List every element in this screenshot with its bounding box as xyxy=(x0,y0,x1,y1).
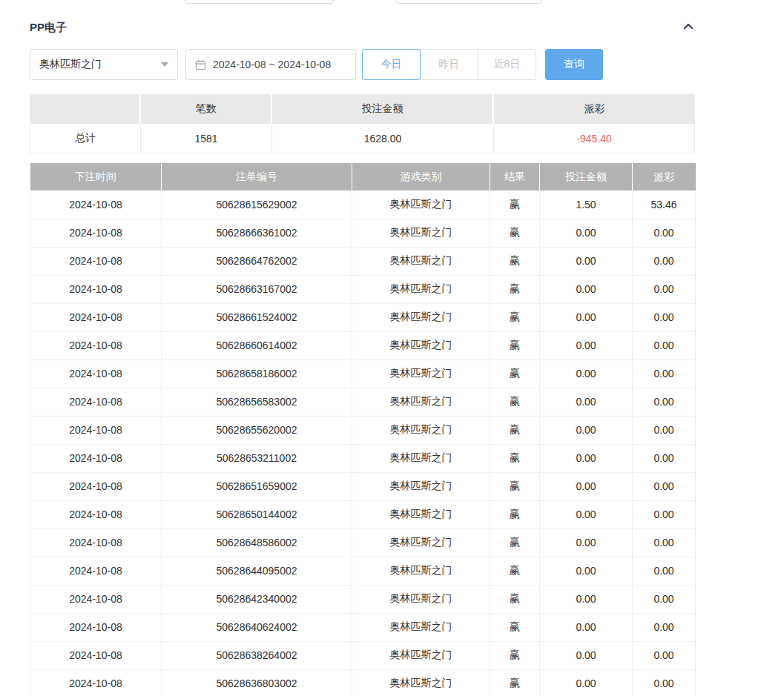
table-cell: 50628642340002 xyxy=(162,585,352,613)
table-cell: 奥林匹斯之门 xyxy=(352,500,490,528)
game-select-value: 奥林匹斯之门 xyxy=(39,58,102,71)
today-button[interactable]: 今日 xyxy=(362,49,421,80)
summary-header-row: 笔数 投注金额 派彩 xyxy=(30,94,695,124)
quick-range-group: 今日 昨日 近8日 xyxy=(362,49,536,80)
table-cell: 奥林匹斯之门 xyxy=(352,275,490,303)
bet-table: 下注时间 注单编号 游戏类别 结果 投注金额 派彩 2024-10-085062… xyxy=(30,163,696,696)
table-cell: 50628638264002 xyxy=(162,641,352,669)
table-cell: 2024-10-08 xyxy=(30,190,162,219)
summary-total-row: 总计 1581 1628.00 -945.40 xyxy=(30,124,695,153)
table-cell: 0.00 xyxy=(633,303,696,331)
table-cell: 0.00 xyxy=(633,359,696,388)
table-cell: 0.00 xyxy=(540,472,633,500)
table-cell: 奥林匹斯之门 xyxy=(352,585,490,613)
table-cell: 0.00 xyxy=(540,219,633,247)
bet-table-body: 2024-10-0850628615629002奥林匹斯之门赢1.5053.46… xyxy=(30,190,696,696)
table-row: 2024-10-0850628638264002奥林匹斯之门赢0.000.00 xyxy=(30,641,696,669)
date-range-value: 2024-10-08 ~ 2024-10-08 xyxy=(213,59,331,70)
table-cell: 奥林匹斯之门 xyxy=(352,331,490,359)
chevron-down-icon xyxy=(161,62,168,67)
table-cell: 奥林匹斯之门 xyxy=(352,641,490,669)
table-row: 2024-10-0850628648586002奥林匹斯之门赢0.000.00 xyxy=(30,528,696,557)
table-cell: 2024-10-08 xyxy=(30,472,162,500)
table-cell: 2024-10-08 xyxy=(30,444,162,472)
table-cell: 0.00 xyxy=(540,641,633,669)
summary-header-payout: 派彩 xyxy=(494,94,695,124)
table-cell: 2024-10-08 xyxy=(30,275,162,303)
table-cell: 0.00 xyxy=(540,359,633,388)
table-cell: 2024-10-08 xyxy=(30,388,162,416)
table-cell: 2024-10-08 xyxy=(30,557,162,585)
summary-table: 笔数 投注金额 派彩 总计 1581 1628.00 -945.40 xyxy=(30,94,695,153)
table-cell: 2024-10-08 xyxy=(30,331,162,359)
summary-total-count: 1581 xyxy=(141,124,272,153)
table-cell: 赢 xyxy=(490,303,540,331)
table-cell: 0.00 xyxy=(633,388,696,416)
table-row: 2024-10-0850628644095002奥林匹斯之门赢0.000.00 xyxy=(30,557,696,585)
summary-header-empty xyxy=(30,94,141,124)
table-cell: 0.00 xyxy=(540,331,633,359)
pp-section: PP电子 奥林匹斯之门 2024-10-08 ~ 2024 xyxy=(30,0,695,696)
table-cell: 赢 xyxy=(490,669,540,696)
table-cell: 赢 xyxy=(490,641,540,669)
table-cell: 50628661524002 xyxy=(162,303,352,331)
table-cell: 50628650144002 xyxy=(162,500,352,528)
table-cell: 50628666361002 xyxy=(162,219,352,247)
header-game-type: 游戏类别 xyxy=(352,163,490,190)
table-cell: 0.00 xyxy=(633,528,696,557)
table-cell: 50628644095002 xyxy=(162,557,352,585)
header-payout: 派彩 xyxy=(633,163,696,190)
table-cell: 赢 xyxy=(490,416,540,444)
header-bet-amount: 投注金额 xyxy=(540,163,633,190)
table-cell: 赢 xyxy=(490,359,540,388)
table-cell: 0.00 xyxy=(633,669,696,696)
table-cell: 0.00 xyxy=(540,275,633,303)
table-cell: 0.00 xyxy=(540,669,633,696)
table-cell: 50628656583002 xyxy=(162,388,352,416)
date-range-input[interactable]: 2024-10-08 ~ 2024-10-08 xyxy=(185,49,356,80)
table-cell: 0.00 xyxy=(633,275,696,303)
table-row: 2024-10-0850628640624002奥林匹斯之门赢0.000.00 xyxy=(30,613,696,641)
header-bet-id: 注单编号 xyxy=(162,163,352,190)
table-cell: 0.00 xyxy=(540,303,633,331)
table-cell: 0.00 xyxy=(633,416,696,444)
table-row: 2024-10-0850628666361002奥林匹斯之门赢0.000.00 xyxy=(30,219,696,247)
table-cell: 奥林匹斯之门 xyxy=(352,359,490,388)
table-cell: 2024-10-08 xyxy=(30,416,162,444)
table-row: 2024-10-0850628660614002奥林匹斯之门赢0.000.00 xyxy=(30,331,696,359)
yesterday-button[interactable]: 昨日 xyxy=(420,49,478,80)
table-cell: 2024-10-08 xyxy=(30,219,162,247)
table-cell: 0.00 xyxy=(540,416,633,444)
table-cell: 0.00 xyxy=(540,388,633,416)
table-row: 2024-10-0850628655620002奥林匹斯之门赢0.000.00 xyxy=(30,416,696,444)
filter-bar: 奥林匹斯之门 2024-10-08 ~ 2024-10-08 今日 昨日 近8日… xyxy=(30,49,695,80)
table-cell: 奥林匹斯之门 xyxy=(352,613,490,641)
last-8-days-button[interactable]: 近8日 xyxy=(478,49,536,80)
search-button[interactable]: 查询 xyxy=(545,49,603,80)
game-select[interactable]: 奥林匹斯之门 xyxy=(30,49,178,80)
section-title: PP电子 xyxy=(30,21,67,35)
table-cell: 2024-10-08 xyxy=(30,359,162,388)
table-cell: 赢 xyxy=(490,585,540,613)
table-cell: 赢 xyxy=(490,444,540,472)
table-cell: 0.00 xyxy=(633,585,696,613)
table-cell: 0.00 xyxy=(633,557,696,585)
table-row: 2024-10-0850628642340002奥林匹斯之门赢0.000.00 xyxy=(30,585,696,613)
table-row: 2024-10-0850628636803002奥林匹斯之门赢0.000.00 xyxy=(30,669,696,696)
table-cell: 50628663167002 xyxy=(162,275,352,303)
table-cell: 0.00 xyxy=(540,528,633,557)
table-cell: 2024-10-08 xyxy=(30,303,162,331)
table-cell: 赢 xyxy=(490,219,540,247)
table-cell: 奥林匹斯之门 xyxy=(352,472,490,500)
table-row: 2024-10-0850628615629002奥林匹斯之门赢1.5053.46 xyxy=(30,190,696,219)
table-cell: 奥林匹斯之门 xyxy=(352,303,490,331)
table-row: 2024-10-0850628663167002奥林匹斯之门赢0.000.00 xyxy=(30,275,696,303)
table-cell: 赢 xyxy=(490,247,540,275)
table-row: 2024-10-0850628653211002奥林匹斯之门赢0.000.00 xyxy=(30,444,696,472)
table-cell: 0.00 xyxy=(633,331,696,359)
table-cell: 50628640624002 xyxy=(162,613,352,641)
collapse-button[interactable] xyxy=(682,20,695,36)
table-cell: 奥林匹斯之门 xyxy=(352,444,490,472)
table-cell: 0.00 xyxy=(633,247,696,275)
table-cell: 0.00 xyxy=(633,613,696,641)
